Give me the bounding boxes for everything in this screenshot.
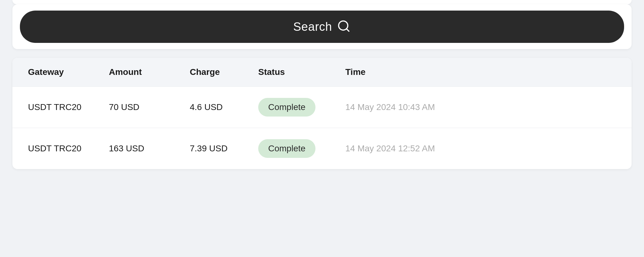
search-container: Search <box>12 4 632 49</box>
search-bar[interactable]: Search <box>20 11 624 43</box>
table-row: USDT TRC20 70 USD 4.6 USD Complete 14 Ma… <box>12 86 632 128</box>
cell-status-2: Complete <box>258 139 345 158</box>
search-icon <box>337 19 351 34</box>
status-badge-2: Complete <box>258 139 315 158</box>
cell-amount-2: 163 USD <box>109 144 190 154</box>
search-bar-label: Search <box>293 20 332 34</box>
table-row: USDT TRC20 163 USD 7.39 USD Complete 14 … <box>12 128 632 169</box>
cell-gateway-1: USDT TRC20 <box>28 102 109 112</box>
col-header-gateway: Gateway <box>28 67 109 77</box>
table-header: Gateway Amount Charge Status Time <box>12 58 632 86</box>
cell-gateway-2: USDT TRC20 <box>28 144 109 154</box>
cell-charge-2: 7.39 USD <box>190 144 258 154</box>
status-badge-1: Complete <box>258 98 315 117</box>
cell-status-1: Complete <box>258 98 345 117</box>
col-header-status: Status <box>258 67 345 77</box>
cell-amount-1: 70 USD <box>109 102 190 112</box>
cell-time-1: 14 May 2024 10:43 AM <box>345 102 616 112</box>
top-bar-partial <box>12 0 632 4</box>
col-header-charge: Charge <box>190 67 258 77</box>
svg-line-1 <box>347 29 349 31</box>
col-header-time: Time <box>345 67 616 77</box>
page-wrapper: Search Gateway Amount Charge Status Time… <box>0 0 644 181</box>
cell-charge-1: 4.6 USD <box>190 102 258 112</box>
table-container: Gateway Amount Charge Status Time USDT T… <box>12 58 632 169</box>
cell-time-2: 14 May 2024 12:52 AM <box>345 144 616 154</box>
col-header-amount: Amount <box>109 67 190 77</box>
